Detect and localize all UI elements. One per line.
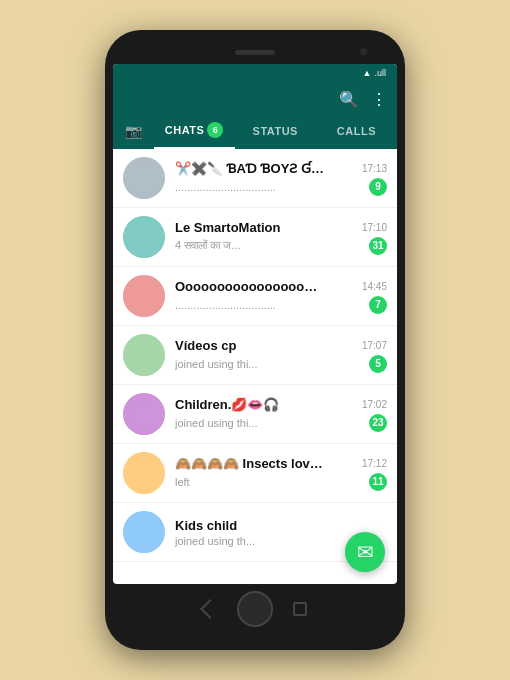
chat-item[interactable]: ✂️✖️🔪 ƁAƊ ƁOYƧ ƓANƓ... 17:13 ...........… xyxy=(113,149,397,208)
tab-calls[interactable]: CALLS xyxy=(316,113,397,149)
chat-bottom: joined using thi... 23 xyxy=(175,414,387,432)
chat-bottom: 4 सवालों का ज... 31 xyxy=(175,237,387,255)
chat-time: 17:12 xyxy=(362,458,387,469)
chat-content: Vídeos cp 17:07 joined using thi... 5 xyxy=(175,338,387,373)
avatar xyxy=(123,216,165,258)
chat-top: Ooooooooooooooooooooooo... 14:45 xyxy=(175,279,387,294)
avatar xyxy=(123,511,165,553)
phone-frame: ▲ .ull 🔍 ⋮ 📷 CHATS 6 xyxy=(105,30,405,650)
chat-preview: ................................. xyxy=(175,299,276,311)
unread-badge: 5 xyxy=(369,355,387,373)
chat-name: Kids child xyxy=(175,518,237,533)
chat-name: 🙈🙈🙈🙈 Insects lover🙈🙈... xyxy=(175,456,325,471)
chat-preview: joined using thi... xyxy=(175,358,258,370)
chat-preview: left xyxy=(175,476,190,488)
tab-status-label: STATUS xyxy=(253,125,298,137)
camera-icon: 📷 xyxy=(125,123,142,139)
avatar xyxy=(123,334,165,376)
chat-list: ✂️✖️🔪 ƁAƊ ƁOYƧ ƓANƓ... 17:13 ...........… xyxy=(113,149,397,571)
tab-camera[interactable]: 📷 xyxy=(113,123,154,139)
chat-bottom: left 11 xyxy=(175,473,387,491)
tab-status[interactable]: STATUS xyxy=(235,113,316,149)
chat-content: Ooooooooooooooooooooooo... 14:45 .......… xyxy=(175,279,387,314)
unread-badge: 7 xyxy=(369,296,387,314)
unread-badge: 11 xyxy=(369,473,387,491)
chat-preview: 4 सवालों का ज... xyxy=(175,239,240,252)
chat-content: Le SmartoMation 17:10 4 सवालों का ज... 3… xyxy=(175,220,387,255)
avatar xyxy=(123,275,165,317)
front-camera xyxy=(360,48,367,55)
avatar xyxy=(123,157,165,199)
chat-name: ✂️✖️🔪 ƁAƊ ƁOYƧ ƓANƓ... xyxy=(175,161,325,176)
chat-name: Ooooooooooooooooooooooo... xyxy=(175,279,325,294)
tab-chats[interactable]: CHATS 6 xyxy=(154,113,235,149)
signal-icon: ▲ xyxy=(363,68,372,78)
chat-preview: joined using thi... xyxy=(175,417,258,429)
wifi-icon: .ull xyxy=(374,68,386,78)
app-header: 🔍 ⋮ xyxy=(113,82,397,113)
chat-top: Children.💋👄🎧 17:02 xyxy=(175,397,387,412)
chat-top: Le SmartoMation 17:10 xyxy=(175,220,387,235)
chat-top: Vídeos cp 17:07 xyxy=(175,338,387,353)
chat-item[interactable]: Ooooooooooooooooooooooo... 14:45 .......… xyxy=(113,267,397,326)
chat-content: 🙈🙈🙈🙈 Insects lover🙈🙈... 17:12 left 11 xyxy=(175,456,387,491)
chat-time: 14:45 xyxy=(362,281,387,292)
screen-wrapper: ▲ .ull 🔍 ⋮ 📷 CHATS 6 xyxy=(113,64,397,584)
chat-name: Le SmartoMation xyxy=(175,220,280,235)
chats-badge: 6 xyxy=(207,122,223,138)
phone-bottom-nav xyxy=(113,584,397,634)
chat-item[interactable]: Vídeos cp 17:07 joined using thi... 5 xyxy=(113,326,397,385)
recent-button[interactable] xyxy=(293,602,307,616)
phone-screen: ▲ .ull 🔍 ⋮ 📷 CHATS 6 xyxy=(113,64,397,584)
chat-time: 17:02 xyxy=(362,399,387,410)
chat-top: Kids child xyxy=(175,518,387,533)
phone-top xyxy=(113,40,397,64)
chat-content: ✂️✖️🔪 ƁAƊ ƁOYƧ ƓANƓ... 17:13 ...........… xyxy=(175,161,387,196)
chat-time: 17:07 xyxy=(362,340,387,351)
menu-icon[interactable]: ⋮ xyxy=(371,90,387,109)
search-icon[interactable]: 🔍 xyxy=(339,90,359,109)
tab-chats-label: CHATS xyxy=(165,124,205,136)
unread-badge: 9 xyxy=(369,178,387,196)
home-button[interactable] xyxy=(237,591,273,627)
chat-preview: joined using th... xyxy=(175,535,255,547)
back-button[interactable] xyxy=(200,599,220,619)
header-actions: 🔍 ⋮ xyxy=(339,90,387,109)
chat-preview: ................................. xyxy=(175,181,276,193)
chat-content: Children.💋👄🎧 17:02 joined using thi... 2… xyxy=(175,397,387,432)
new-chat-fab[interactable]: ✉ xyxy=(345,532,385,572)
unread-badge: 31 xyxy=(369,237,387,255)
chat-top: 🙈🙈🙈🙈 Insects lover🙈🙈... 17:12 xyxy=(175,456,387,471)
status-bar: ▲ .ull xyxy=(113,64,397,82)
compose-icon: ✉ xyxy=(357,540,374,564)
chat-bottom: ................................. 9 xyxy=(175,178,387,196)
speaker xyxy=(235,50,275,55)
chat-item[interactable]: Le SmartoMation 17:10 4 सवालों का ज... 3… xyxy=(113,208,397,267)
chat-bottom: joined using thi... 5 xyxy=(175,355,387,373)
chat-name: Vídeos cp xyxy=(175,338,236,353)
chat-top: ✂️✖️🔪 ƁAƊ ƁOYƧ ƓANƓ... 17:13 xyxy=(175,161,387,176)
chat-bottom: ................................. 7 xyxy=(175,296,387,314)
chat-time: 17:10 xyxy=(362,222,387,233)
unread-badge: 23 xyxy=(369,414,387,432)
tab-calls-label: CALLS xyxy=(337,125,376,137)
status-icons: ▲ .ull xyxy=(363,68,389,78)
tabs-bar: 📷 CHATS 6 STATUS CALLS xyxy=(113,113,397,149)
chat-time: 17:13 xyxy=(362,163,387,174)
chat-name: Children.💋👄🎧 xyxy=(175,397,279,412)
avatar xyxy=(123,452,165,494)
avatar xyxy=(123,393,165,435)
chat-item[interactable]: 🙈🙈🙈🙈 Insects lover🙈🙈... 17:12 left 11 xyxy=(113,444,397,503)
chat-item[interactable]: Children.💋👄🎧 17:02 joined using thi... 2… xyxy=(113,385,397,444)
